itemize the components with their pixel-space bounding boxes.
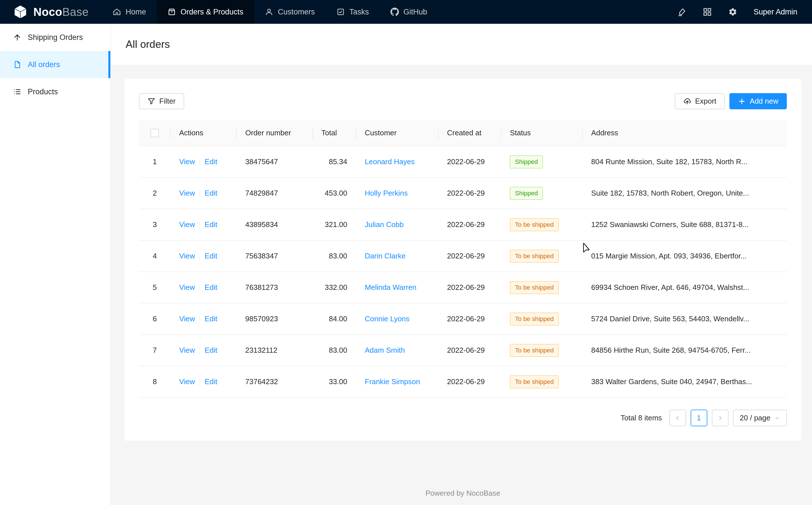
customer-link[interactable]: Melinda Warren: [365, 283, 417, 292]
sidebar-item-all-orders[interactable]: All orders: [0, 51, 110, 78]
status-cell: To be shipped: [501, 303, 582, 335]
edit-link[interactable]: Edit: [205, 377, 217, 386]
view-link[interactable]: View: [179, 377, 195, 386]
chevron-down-icon: [774, 415, 780, 421]
customer-link[interactable]: Darin Clarke: [365, 251, 406, 260]
customer-link[interactable]: Frankie Simpson: [365, 377, 420, 386]
status-badge: To be shipped: [510, 375, 559, 388]
row-index: 8: [139, 366, 171, 397]
page-title: All orders: [125, 38, 170, 50]
table-row[interactable]: 5 ViewEdit 76381273 332.00 Melinda Warre…: [139, 272, 787, 303]
page-size-select[interactable]: 20 / page: [733, 409, 787, 426]
edit-link[interactable]: Edit: [205, 189, 217, 197]
footer-text: Powered by NocoBase: [124, 489, 801, 498]
nav-item-customers[interactable]: Customers: [254, 0, 326, 24]
action-divider: [200, 284, 200, 292]
column-header-created-at: Created at: [439, 120, 501, 146]
customer-link[interactable]: Adam Smith: [365, 346, 405, 354]
view-link[interactable]: View: [179, 346, 195, 354]
user-menu[interactable]: Super Admin: [754, 8, 797, 16]
edit-link[interactable]: Edit: [205, 220, 217, 229]
filter-label: Filter: [159, 97, 176, 106]
view-link[interactable]: View: [179, 157, 195, 166]
column-header-customer: Customer: [356, 120, 439, 146]
row-index: 1: [139, 146, 171, 177]
table-row[interactable]: 8 ViewEdit 73764232 33.00 Frankie Simpso…: [139, 366, 787, 397]
nav-label: Orders & Products: [181, 8, 243, 16]
total-cell: 453.00: [313, 177, 356, 209]
edit-link[interactable]: Edit: [205, 283, 217, 292]
view-link[interactable]: View: [179, 220, 195, 229]
created-at-cell: 2022-06-29: [439, 272, 501, 303]
table-row[interactable]: 2 ViewEdit 74829847 453.00 Holly Perkins…: [139, 177, 787, 209]
page-header: All orders: [111, 24, 812, 65]
action-divider: [200, 159, 200, 166]
nav-item-github[interactable]: GitHub: [380, 0, 438, 24]
customer-link[interactable]: Julian Cobb: [365, 220, 403, 229]
actions-cell: ViewEdit: [171, 272, 237, 303]
action-divider: [200, 347, 200, 354]
status-badge: To be shipped: [510, 281, 559, 294]
status-badge: To be shipped: [510, 250, 559, 263]
order-number-cell: 23132112: [237, 335, 313, 366]
nocobase-logo[interactable]: NocoBase: [0, 0, 102, 24]
nav-item-home[interactable]: Home: [102, 0, 157, 24]
view-link[interactable]: View: [179, 315, 195, 323]
customer-cell: Julian Cobb: [356, 209, 439, 240]
page-number-button[interactable]: 1: [691, 409, 707, 426]
next-page-button[interactable]: [712, 409, 729, 426]
arrow-up-icon: [13, 33, 21, 42]
actions-cell: ViewEdit: [171, 366, 237, 397]
status-cell: Shipped: [501, 177, 582, 209]
table-row[interactable]: 4 ViewEdit 75638347 83.00 Darin Clarke 2…: [139, 240, 787, 272]
select-all-checkbox[interactable]: [151, 129, 159, 137]
orders-table: Actions Order number Total Customer Crea…: [139, 120, 787, 398]
table-row[interactable]: 6 ViewEdit 98570923 84.00 Connie Lyons 2…: [139, 303, 787, 335]
nav-label: Tasks: [349, 8, 369, 16]
view-link[interactable]: View: [179, 251, 195, 260]
edit-link[interactable]: Edit: [205, 157, 217, 166]
plus-icon: [738, 98, 746, 105]
sidebar-item-products[interactable]: Products: [0, 78, 110, 105]
nocobase-logo-icon: [12, 4, 28, 20]
view-link[interactable]: View: [179, 189, 195, 197]
plugin-manager-grid-icon[interactable]: [703, 7, 712, 17]
sidebar-item-shipping-orders[interactable]: Shipping Orders: [0, 24, 110, 51]
column-header-total: Total: [313, 120, 356, 146]
customer-cell: Connie Lyons: [356, 303, 439, 335]
order-number-cell: 38475647: [237, 146, 313, 177]
row-index: 5: [139, 272, 171, 303]
created-at-cell: 2022-06-29: [439, 366, 501, 397]
export-button[interactable]: Export: [675, 93, 725, 109]
address-cell: 383 Walter Gardens, Suite 040, 24947, Be…: [583, 366, 787, 397]
created-at-cell: 2022-06-29: [439, 146, 501, 177]
nav-label: Customers: [278, 8, 315, 16]
view-link[interactable]: View: [179, 283, 195, 292]
add-new-button[interactable]: Add new: [729, 93, 787, 109]
customer-link[interactable]: Holly Perkins: [365, 189, 408, 197]
edit-link[interactable]: Edit: [205, 315, 217, 323]
sidebar-item-label: Shipping Orders: [28, 33, 83, 42]
status-badge: Shipped: [510, 187, 543, 200]
customer-link[interactable]: Connie Lyons: [365, 315, 410, 323]
table-row[interactable]: 3 ViewEdit 43895834 321.00 Julian Cobb 2…: [139, 209, 787, 240]
status-badge: Shipped: [510, 155, 543, 168]
ui-editor-highlight-icon[interactable]: [677, 7, 687, 17]
customer-link[interactable]: Leonard Hayes: [365, 157, 415, 166]
total-cell: 83.00: [313, 240, 356, 272]
nav-item-tasks[interactable]: Tasks: [326, 0, 380, 24]
settings-gear-icon[interactable]: [728, 7, 738, 17]
edit-link[interactable]: Edit: [205, 251, 217, 260]
column-header-order-number: Order number: [237, 120, 313, 146]
table-row[interactable]: 7 ViewEdit 23132112 83.00 Adam Smith 202…: [139, 335, 787, 366]
prev-page-button[interactable]: [669, 409, 686, 426]
status-badge: To be shipped: [510, 344, 559, 357]
order-file-icon: [13, 60, 21, 69]
filter-button[interactable]: Filter: [139, 93, 184, 109]
edit-link[interactable]: Edit: [205, 346, 217, 354]
action-divider: [200, 378, 200, 386]
home-icon: [112, 8, 121, 16]
table-row[interactable]: 1 ViewEdit 38475647 85.34 Leonard Hayes …: [139, 146, 787, 177]
nav-item-orders-products[interactable]: Orders & Products: [157, 0, 254, 24]
total-cell: 321.00: [313, 209, 356, 240]
